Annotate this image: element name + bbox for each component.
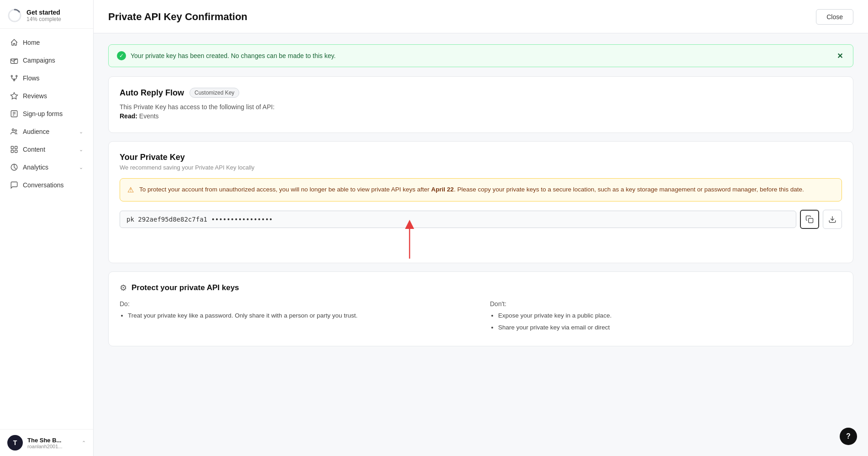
dont-item-1: Share your private key via email or dire… — [498, 323, 842, 332]
audience-chevron-icon: ⌄ — [79, 129, 83, 135]
dont-item-0: Expose your private key in a public plac… — [498, 311, 842, 320]
download-icon — [828, 215, 836, 223]
protect-settings-icon: ⚙ — [120, 283, 127, 293]
sidebar-label-campaigns: Campaigns — [23, 57, 55, 64]
download-key-button[interactable] — [823, 210, 842, 229]
svg-rect-15 — [11, 146, 13, 148]
sidebar-top: Get started 14% complete — [0, 0, 93, 29]
user-chevron-icon: ⌃ — [82, 440, 86, 446]
copy-key-button[interactable] — [800, 210, 819, 229]
sidebar: Get started 14% complete Home Campaigns … — [0, 0, 94, 456]
customized-key-badge: Customized Key — [189, 88, 239, 98]
do-label: Do: — [120, 300, 472, 308]
sidebar-item-reviews[interactable]: Reviews — [3, 87, 90, 105]
success-banner-left: ✓ Your private key has been created. No … — [117, 51, 336, 60]
sidebar-item-signup-forms[interactable]: Sign-up forms — [3, 105, 90, 122]
user-row[interactable]: T The She B... roanlanh2001... ⌃ — [7, 435, 86, 451]
sidebar-item-conversations[interactable]: Conversations — [3, 176, 90, 194]
page-title: Private API Key Confirmation — [108, 11, 247, 23]
private-key-subtitle: We recommend saving your Private API Key… — [120, 164, 842, 171]
do-column: Do: Treat your private key like a passwo… — [120, 300, 472, 335]
sidebar-item-flows[interactable]: Flows — [3, 69, 90, 87]
sidebar-item-home[interactable]: Home — [3, 34, 90, 51]
analytics-icon — [10, 163, 18, 171]
protect-columns: Do: Treat your private key like a passwo… — [120, 300, 842, 335]
sidebar-item-content[interactable]: Content ⌄ — [3, 141, 90, 158]
svg-rect-17 — [11, 150, 13, 153]
dont-column: Don't: Expose your private key in a publ… — [490, 300, 842, 335]
sidebar-bottom: T The She B... roanlanh2001... ⌃ — [0, 429, 93, 456]
api-key-description: This Private Key has access to the follo… — [120, 103, 842, 111]
svg-point-6 — [14, 80, 15, 81]
access-label: Read: — [120, 112, 137, 120]
content-chevron-icon: ⌄ — [79, 147, 83, 153]
sidebar-label-reviews: Reviews — [23, 92, 47, 100]
help-label: ? — [846, 432, 851, 440]
get-started-text: Get started 14% complete — [26, 9, 61, 22]
do-item: Treat your private key like a password. … — [128, 311, 472, 320]
success-banner: ✓ Your private key has been created. No … — [108, 44, 853, 67]
get-started-row[interactable]: Get started 14% complete — [7, 8, 86, 23]
forms-icon — [10, 110, 18, 118]
api-key-info-card: Auto Reply Flow Customized Key This Priv… — [108, 76, 853, 133]
get-started-title: Get started — [26, 9, 61, 16]
main-content: Private API Key Confirmation Close ✓ You… — [94, 0, 868, 456]
success-message: Your private key has been created. No ch… — [131, 52, 336, 59]
sidebar-label-home: Home — [23, 39, 40, 46]
banner-close-icon[interactable]: ✕ — [835, 52, 845, 60]
do-list: Treat your private key like a password. … — [120, 311, 472, 320]
protect-heading: Protect your private API keys — [132, 283, 239, 292]
api-key-access: Read: Events — [120, 112, 842, 120]
sidebar-nav: Home Campaigns Flows Reviews Sign-up for… — [0, 29, 93, 429]
main-body: ✓ Your private key has been created. No … — [94, 33, 868, 456]
arrow-annotation — [120, 224, 842, 261]
close-button[interactable]: Close — [816, 9, 853, 25]
svg-point-13 — [12, 129, 15, 131]
key-input-row — [120, 210, 842, 229]
sidebar-item-campaigns[interactable]: Campaigns — [3, 52, 90, 69]
svg-rect-20 — [809, 218, 813, 223]
audience-icon — [10, 127, 18, 136]
conversations-icon — [10, 181, 18, 189]
svg-rect-18 — [15, 150, 17, 153]
sidebar-label-audience: Audience — [23, 128, 49, 135]
svg-point-5 — [16, 75, 17, 77]
svg-point-4 — [11, 75, 12, 77]
user-email: roanlanh2001... — [27, 444, 62, 449]
campaigns-icon — [10, 56, 18, 64]
reviews-icon — [10, 92, 18, 100]
copy-icon — [805, 215, 814, 223]
help-button[interactable]: ? — [840, 428, 857, 445]
warning-triangle-icon: ⚠ — [127, 186, 134, 194]
flows-icon — [10, 74, 18, 82]
user-info: The She B... roanlanh2001... — [27, 437, 62, 449]
home-icon — [10, 38, 18, 47]
avatar: T — [7, 435, 23, 451]
warning-box: ⚠ To protect your account from unauthori… — [120, 178, 842, 201]
svg-marker-8 — [11, 93, 18, 99]
user-name: The She B... — [27, 437, 62, 444]
api-key-title: Auto Reply Flow — [120, 88, 184, 98]
get-started-subtitle: 14% complete — [26, 16, 61, 22]
private-key-input[interactable] — [120, 211, 796, 228]
private-key-card: Your Private Key We recommend saving you… — [108, 141, 853, 263]
content-icon — [10, 145, 18, 154]
sidebar-label-analytics: Analytics — [23, 164, 48, 171]
sidebar-label-signup-forms: Sign-up forms — [23, 110, 63, 117]
dont-list: Expose your private key in a public plac… — [490, 311, 842, 333]
main-header: Private API Key Confirmation Close — [94, 0, 868, 33]
sidebar-item-audience[interactable]: Audience ⌄ — [3, 123, 90, 140]
sidebar-label-flows: Flows — [23, 74, 40, 82]
sidebar-label-conversations: Conversations — [23, 181, 64, 189]
protect-card: ⚙ Protect your private API keys Do: Trea… — [108, 271, 853, 347]
sidebar-item-analytics[interactable]: Analytics ⌄ — [3, 159, 90, 176]
analytics-chevron-icon: ⌄ — [79, 164, 83, 170]
protect-title-row: ⚙ Protect your private API keys — [120, 283, 842, 293]
dont-label: Don't: — [490, 300, 842, 308]
warning-date: April 22 — [431, 186, 454, 193]
success-check-icon: ✓ — [117, 51, 126, 60]
access-value: Events — [139, 112, 159, 120]
svg-point-14 — [15, 130, 17, 132]
private-key-heading: Your Private Key — [120, 153, 842, 162]
warning-text: To protect your account from unauthorize… — [139, 185, 804, 195]
